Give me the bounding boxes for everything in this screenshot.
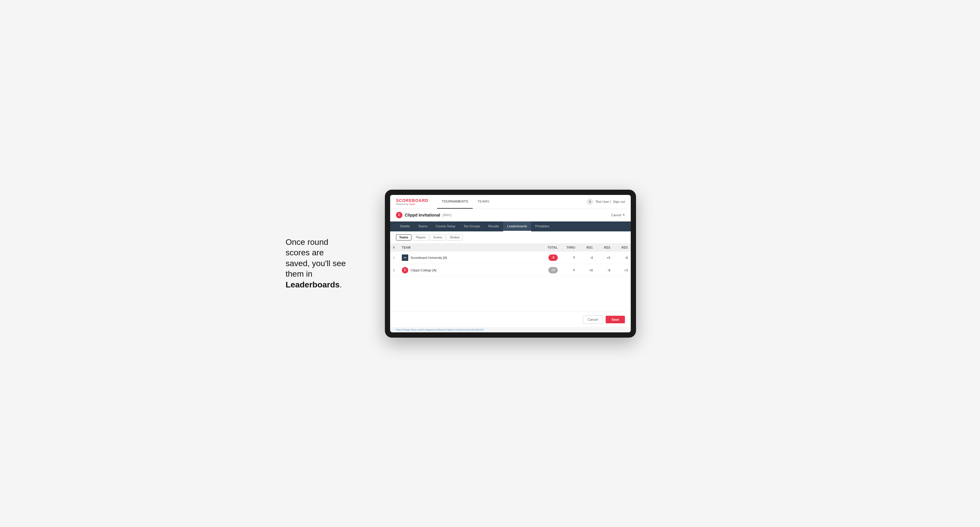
tab-tee-groups[interactable]: Tee Groups <box>459 221 484 232</box>
desc-line1: Once round <box>286 238 328 246</box>
tablet-screen: SCOREBOARD Powered by clippd TOURNAMENTS… <box>390 195 631 332</box>
filter-scores-button[interactable]: Scores <box>430 234 445 240</box>
rd3-1: -6 <box>613 252 631 264</box>
team-logo-sb: SB <box>402 254 408 261</box>
status-url: https://stage-blue-coach.stagesscoreboar… <box>396 328 484 331</box>
nav-tournaments[interactable]: TOURNAMENTS <box>437 195 473 209</box>
brand-sub: Powered by clippd <box>396 203 428 205</box>
left-description: Once round scores are saved, you'll see … <box>286 237 368 290</box>
col-total: TOTAL <box>540 244 561 252</box>
col-thru: THRU <box>561 244 578 252</box>
rank-2: 2 <box>390 264 399 276</box>
navbar: SCOREBOARD Powered by clippd TOURNAMENTS… <box>390 195 631 209</box>
tournament-header: C Clippd Invitational (Men) Cancel ✕ <box>390 209 631 221</box>
total-badge-2: +3 <box>549 267 558 273</box>
cancel-button[interactable]: Cancel <box>583 316 603 324</box>
save-button[interactable]: Save <box>606 316 625 323</box>
team-logo-c: C <box>402 267 408 273</box>
desc-bold: Leaderboards <box>286 280 340 289</box>
page-wrapper: Once round scores are saved, you'll see … <box>286 190 694 338</box>
col-rd2: RD2 <box>596 244 613 252</box>
leaderboard-table: # TEAM TOTAL THRU RD1 RD2 RD3 <box>390 244 631 277</box>
col-rank: # <box>390 244 399 252</box>
nav-teams[interactable]: TEAMS <box>473 195 494 209</box>
col-team: TEAM <box>399 244 540 252</box>
user-name: Test User | <box>595 200 611 203</box>
leaderboard-table-wrapper: # TEAM TOTAL THRU RD1 RD2 RD3 <box>390 244 631 277</box>
thru-2: F <box>561 264 578 276</box>
rd3-2: +3 <box>613 264 631 276</box>
tab-printables[interactable]: Printables <box>531 221 554 232</box>
team-name-1: Scoreboard University [A] <box>410 256 447 259</box>
tab-teams[interactable]: Teams <box>414 221 431 232</box>
total-badge-1: -5 <box>549 254 558 261</box>
tab-leaderboards[interactable]: Leaderboards <box>503 221 531 232</box>
filter-players-button[interactable]: Players <box>413 234 429 240</box>
brand-score: SCORE <box>396 198 412 203</box>
brand-board: BOARD <box>412 198 428 203</box>
table-body: 1 SB Scoreboard University [A] -5 <box>390 252 631 277</box>
rd1-1: -4 <box>578 252 596 264</box>
tab-course-setup[interactable]: Course Setup <box>431 221 459 232</box>
close-icon: ✕ <box>622 213 625 217</box>
tab-results[interactable]: Results <box>484 221 503 232</box>
team-info-1: SB Scoreboard University [A] <box>402 254 537 261</box>
team-cell-1: SB Scoreboard University [A] <box>399 252 540 264</box>
team-cell-2: C Clippd College [A] <box>399 264 540 276</box>
tab-details[interactable]: Details <box>396 221 414 232</box>
table-header: # TEAM TOTAL THRU RD1 RD2 RD3 <box>390 244 631 252</box>
filter-row: Teams Players Scores Strokes <box>390 232 631 244</box>
brand-clippd: clippd <box>409 203 415 205</box>
bottom-bar: Cancel Save <box>390 312 631 327</box>
team-name-2: Clippd College [A] <box>410 268 436 272</box>
tablet-device: SCOREBOARD Powered by clippd TOURNAMENTS… <box>385 190 636 338</box>
col-rd3: RD3 <box>613 244 631 252</box>
nav-right: S Test User | Sign out <box>587 198 625 205</box>
cancel-top-button[interactable]: Cancel ✕ <box>611 213 625 217</box>
filter-strokes-button[interactable]: Strokes <box>447 234 463 240</box>
brand-title: SCOREBOARD <box>396 198 428 203</box>
desc-line2: scores are <box>286 248 324 257</box>
nav-links: TOURNAMENTS TEAMS <box>437 195 587 209</box>
user-avatar: S <box>587 198 593 205</box>
total-2: +3 <box>540 264 561 276</box>
table-row: 2 C Clippd College [A] +3 <box>390 264 631 276</box>
tournament-title-row: C Clippd Invitational (Men) <box>396 212 452 218</box>
desc-line3: saved, you'll see <box>286 259 346 268</box>
rank-1: 1 <box>390 252 399 264</box>
thru-1: F <box>561 252 578 264</box>
rd2-1: +5 <box>596 252 613 264</box>
brand: SCOREBOARD Powered by clippd <box>396 198 428 205</box>
total-1: -5 <box>540 252 561 264</box>
desc-line4: them in <box>286 269 312 278</box>
tournament-logo: C <box>396 212 402 218</box>
col-rd1: RD1 <box>578 244 596 252</box>
sign-out-link[interactable]: Sign out <box>613 200 625 203</box>
tournament-gender: (Men) <box>442 213 452 217</box>
status-bar: https://stage-blue-coach.stagesscoreboar… <box>390 327 631 332</box>
rd2-2: -8 <box>596 264 613 276</box>
table-row: 1 SB Scoreboard University [A] -5 <box>390 252 631 264</box>
rd1-2: +8 <box>578 264 596 276</box>
desc-punct: . <box>340 280 342 289</box>
filter-teams-button[interactable]: Teams <box>396 234 412 240</box>
tournament-name: Clippd Invitational <box>405 213 440 217</box>
team-info-2: C Clippd College [A] <box>402 267 537 273</box>
sub-nav: Details Teams Course Setup Tee Groups Re… <box>390 221 631 232</box>
cancel-top-label: Cancel <box>611 213 621 217</box>
table-header-row: # TEAM TOTAL THRU RD1 RD2 RD3 <box>390 244 631 252</box>
bottom-spacer <box>390 277 631 312</box>
